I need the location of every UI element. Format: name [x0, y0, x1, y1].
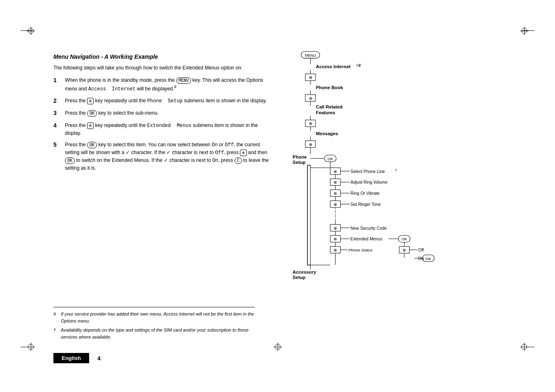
- svg-text:MENU: MENU: [305, 53, 316, 58]
- menu-key-icon: MENU: [176, 77, 191, 84]
- svg-text:⊕: ⊕: [309, 121, 312, 126]
- step-4-text: Press the ⊕ key repeatedly until the Ext…: [65, 122, 271, 137]
- svg-text:OK: OK: [426, 257, 431, 261]
- svg-text:†: †: [395, 168, 397, 173]
- svg-text:Adjust Ring Volume: Adjust Ring Volume: [350, 180, 387, 184]
- svg-text:⊕: ⊕: [403, 248, 406, 252]
- svg-text:Phone Book: Phone Book: [316, 85, 343, 90]
- ok-key-icon-3: OK: [65, 157, 75, 164]
- svg-text:Access Internet: Access Internet: [316, 64, 350, 69]
- svg-text:Setup: Setup: [292, 275, 306, 280]
- access-internet-text: Access Internet: [88, 86, 136, 92]
- section-title: Menu Navigation - A Working Example: [53, 53, 271, 60]
- section-intro: The following steps will take you throug…: [53, 64, 271, 71]
- svg-text:Ring Or Vibrate: Ring Or Vibrate: [350, 191, 380, 196]
- diagram-area: MENU Access Internet † # ⊕ Phone Book ⊕ …: [283, 49, 522, 337]
- page-number: 4: [97, 355, 101, 362]
- svg-text:⊕: ⊕: [334, 226, 337, 231]
- footnotes-area: # If your service provider has added the…: [53, 307, 255, 343]
- ok-key-icon: OK: [87, 110, 97, 117]
- svg-text:Select Phone Line: Select Phone Line: [350, 169, 385, 174]
- nav-key-icon-3: ⊕: [240, 150, 246, 156]
- phone-setup-text: Phone Setup: [147, 98, 182, 104]
- svg-text:⊕: ⊕: [309, 96, 312, 101]
- svg-text:#: #: [358, 63, 361, 68]
- svg-text:⊕: ⊕: [309, 142, 312, 147]
- svg-text:Setup: Setup: [292, 160, 306, 165]
- nav-key-icon: ⊕: [87, 98, 94, 104]
- footnote-hash: # If your service provider has added the…: [53, 311, 255, 324]
- footnote-hash-text: If your service provider has added their…: [61, 311, 255, 324]
- step-5-text: Press the OK key to select this item. Yo…: [65, 141, 271, 172]
- steps-list: 1 When the phone is in the standby mode,…: [53, 76, 271, 172]
- svg-text:OK: OK: [401, 237, 407, 241]
- svg-text:New Security Code: New Security Code: [350, 226, 387, 231]
- svg-text:⊕: ⊕: [334, 180, 337, 184]
- step-3: 3 Press the OK key to select the sub-men…: [53, 109, 271, 118]
- svg-text:Phone: Phone: [292, 154, 307, 159]
- svg-text:Accessory: Accessory: [292, 270, 316, 274]
- step-2-num: 2: [53, 97, 62, 105]
- menu-diagram-svg: MENU Access Internet † # ⊕ Phone Book ⊕ …: [283, 49, 522, 337]
- footnote-hash-ref: #: [174, 85, 177, 89]
- step-3-text: Press the OK key to select the sub-menu.: [65, 109, 271, 117]
- svg-text:⊕: ⊕: [309, 75, 312, 80]
- extended-menus-text: Extended Menus: [147, 123, 191, 129]
- svg-text:Phone Status: Phone Status: [348, 248, 373, 252]
- step-5: 5 Press the OK key to select this item. …: [53, 141, 271, 172]
- footnote-dagger: † Availability depends on the type and s…: [53, 327, 255, 340]
- svg-text:Off: Off: [418, 248, 424, 252]
- language-badge: English: [53, 353, 89, 363]
- footnote-dagger-marker: †: [53, 327, 61, 334]
- svg-text:⊕: ⊕: [334, 169, 337, 174]
- c-key-icon: C: [235, 157, 242, 164]
- step-1-num: 1: [53, 76, 62, 85]
- step-1: 1 When the phone is in the standby mode,…: [53, 76, 271, 93]
- footnote-hash-marker: #: [53, 311, 61, 318]
- svg-text:Messages: Messages: [316, 131, 338, 136]
- nav-key-icon-2: ⊕: [87, 122, 94, 129]
- svg-text:⊕: ⊕: [334, 237, 337, 241]
- step-4-num: 4: [53, 121, 62, 130]
- content-area: Menu Navigation - A Working Example The …: [53, 53, 271, 176]
- footnote-dagger-text: Availability depends on the type and set…: [61, 327, 255, 340]
- step-5-num: 5: [53, 141, 62, 149]
- ok-key-icon-2: OK: [87, 142, 97, 148]
- svg-text:Extended Menus: Extended Menus: [350, 237, 382, 241]
- svg-text:⊕: ⊕: [334, 191, 337, 196]
- step-1-text: When the phone is in the standby mode, p…: [65, 76, 271, 93]
- svg-text:⊕: ⊕: [334, 248, 337, 252]
- svg-text:Call Related: Call Related: [316, 104, 343, 109]
- bottom-bar: English 4: [0, 353, 555, 363]
- step-3-num: 3: [53, 109, 62, 118]
- svg-text:⊕: ⊕: [334, 202, 337, 207]
- svg-text:OK: OK: [327, 157, 333, 161]
- step-4: 4 Press the ⊕ key repeatedly until the E…: [53, 122, 271, 137]
- svg-text:Features: Features: [316, 110, 335, 115]
- step-2-text: Press the ⊕ key repeatedly until the Pho…: [65, 97, 271, 105]
- step-2: 2 Press the ⊕ key repeatedly until the P…: [53, 97, 271, 105]
- svg-text:Set Ringer Tone: Set Ringer Tone: [350, 202, 381, 207]
